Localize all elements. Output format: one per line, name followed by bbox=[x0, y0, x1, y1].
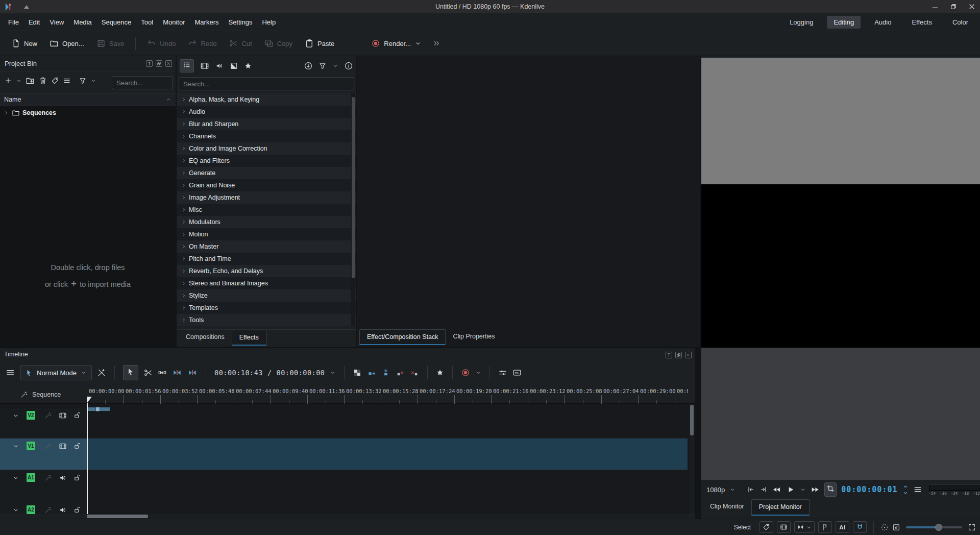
track-content-a2[interactable] bbox=[87, 502, 688, 514]
zoom-slider-knob[interactable] bbox=[935, 524, 942, 531]
video-track-icon[interactable] bbox=[59, 411, 67, 420]
transitions-icon[interactable] bbox=[230, 62, 238, 70]
mix-clips-icon[interactable] bbox=[353, 368, 362, 377]
menu-file[interactable]: File bbox=[4, 16, 23, 29]
menu-view[interactable]: View bbox=[45, 16, 68, 29]
overwrite-clip-icon[interactable] bbox=[381, 368, 390, 377]
effect-category[interactable]: On Master bbox=[177, 240, 356, 253]
tag-info-button[interactable] bbox=[760, 521, 773, 533]
lock-open-icon[interactable] bbox=[74, 474, 81, 481]
timecode-chevron-icon[interactable] bbox=[330, 370, 336, 376]
track-header-a2[interactable]: A2 bbox=[0, 502, 87, 514]
audio-track-icon[interactable] bbox=[59, 474, 67, 482]
subtitles-button[interactable]: AI bbox=[836, 521, 849, 533]
new-button[interactable]: New bbox=[7, 36, 41, 51]
timeline-zone-bar[interactable] bbox=[87, 407, 110, 411]
lock-open-icon[interactable] bbox=[74, 506, 81, 514]
save-button[interactable]: Save bbox=[92, 36, 129, 51]
effect-category[interactable]: EQ and Filters bbox=[177, 155, 356, 167]
pin-dock-icon[interactable] bbox=[666, 352, 672, 358]
select-tool-button[interactable] bbox=[123, 365, 138, 380]
resolution-label[interactable]: 1080p bbox=[706, 486, 725, 494]
filter-funnel-icon[interactable] bbox=[79, 77, 87, 85]
effect-category[interactable]: Pitch and Time bbox=[177, 253, 356, 265]
menu-media[interactable]: Media bbox=[69, 16, 96, 29]
track-effects-wand-icon[interactable] bbox=[44, 442, 52, 450]
timeline-menu-icon[interactable] bbox=[5, 368, 15, 378]
toolbar-overflow-icon[interactable] bbox=[433, 39, 441, 47]
filter-chevron-icon[interactable] bbox=[90, 78, 96, 84]
effects-scrollbar[interactable] bbox=[351, 93, 355, 326]
float-dock-icon[interactable] bbox=[675, 352, 682, 358]
close-dock-icon[interactable] bbox=[685, 352, 692, 358]
timeline-position[interactable]: 00:00:10:43 bbox=[214, 369, 263, 377]
menu-markers[interactable]: Markers bbox=[190, 16, 224, 29]
menu-settings[interactable]: Settings bbox=[224, 16, 257, 29]
timeline-horizontal-scrollbar[interactable] bbox=[87, 514, 688, 519]
track-badge[interactable]: V2 bbox=[27, 411, 35, 420]
restore-button[interactable] bbox=[949, 3, 958, 11]
create-folder-icon[interactable] bbox=[26, 76, 35, 85]
menu-tool[interactable]: Tool bbox=[136, 16, 158, 29]
effect-category[interactable]: Stylize bbox=[177, 289, 356, 302]
favorites-star-icon[interactable] bbox=[244, 62, 252, 70]
zone-mode-button[interactable] bbox=[824, 482, 837, 497]
subtitle-tool-icon[interactable] bbox=[512, 368, 522, 377]
tab-clip-monitor[interactable]: Clip Monitor bbox=[703, 499, 751, 516]
track-header-a1[interactable]: A1 bbox=[0, 470, 87, 502]
collapse-chevron-icon[interactable] bbox=[12, 474, 19, 481]
resolution-chevron-icon[interactable] bbox=[729, 487, 736, 493]
effects-filter-chevron-icon[interactable] bbox=[332, 63, 338, 69]
record-chevron-icon[interactable] bbox=[475, 370, 481, 376]
effect-category[interactable]: Reverb, Echo, and Delays bbox=[177, 265, 356, 277]
effect-category[interactable]: Misc bbox=[177, 204, 356, 216]
collapse-chevron-icon[interactable] bbox=[12, 412, 19, 419]
tab-clip-properties[interactable]: Clip Properties bbox=[446, 329, 502, 344]
playhead-flag[interactable] bbox=[87, 397, 92, 403]
video-track-icon[interactable] bbox=[59, 442, 67, 450]
add-clip-icon[interactable] bbox=[4, 77, 12, 85]
timeline-preview-icon[interactable] bbox=[97, 368, 106, 377]
lock-open-icon[interactable] bbox=[74, 411, 81, 419]
render-button[interactable]: Render... bbox=[367, 36, 426, 51]
track-content-v2[interactable] bbox=[87, 408, 688, 439]
play-chevron-icon[interactable] bbox=[800, 487, 806, 493]
view-menu-icon[interactable] bbox=[63, 77, 71, 85]
effect-category[interactable]: Generate bbox=[177, 167, 356, 179]
menu-sequence[interactable]: Sequence bbox=[97, 16, 136, 29]
fast-forward-icon[interactable] bbox=[811, 485, 820, 494]
rewind-icon[interactable] bbox=[772, 485, 781, 494]
pin-dock-icon[interactable] bbox=[146, 60, 153, 67]
workspace-tab-editing[interactable]: Editing bbox=[827, 16, 861, 29]
effect-category[interactable]: Grain and Noise bbox=[177, 179, 356, 191]
effect-category[interactable]: Templates bbox=[177, 302, 356, 314]
track-effects-wand-icon[interactable] bbox=[44, 474, 52, 481]
effect-category[interactable]: Tools bbox=[177, 314, 356, 326]
close-button[interactable] bbox=[968, 3, 976, 11]
workspace-tab-audio[interactable]: Audio bbox=[868, 16, 898, 29]
tab-effect-composition-stack[interactable]: Effect/Composition Stack bbox=[359, 329, 446, 345]
effects-filter-icon[interactable] bbox=[318, 62, 327, 70]
monitor-timecode[interactable]: 00:00:00:01 bbox=[841, 485, 897, 494]
undo-button[interactable]: Undo bbox=[143, 36, 180, 51]
tag-icon[interactable] bbox=[51, 77, 59, 85]
redo-button[interactable]: Redo bbox=[184, 36, 220, 51]
insert-zone-icon[interactable] bbox=[172, 368, 182, 378]
audio-effects-icon[interactable] bbox=[215, 62, 224, 70]
timeline-ruler[interactable]: Sequence 00:00:00:00 00:00:01:56 00:00:0… bbox=[0, 386, 695, 404]
razor-tool-icon[interactable] bbox=[143, 368, 153, 377]
float-dock-icon[interactable] bbox=[156, 60, 162, 67]
tab-project-monitor[interactable]: Project Monitor bbox=[751, 499, 810, 516]
spacer-tool-icon[interactable] bbox=[158, 368, 167, 377]
insert-clip-icon[interactable] bbox=[367, 368, 376, 377]
tab-effects[interactable]: Effects bbox=[232, 330, 266, 346]
download-effects-icon[interactable] bbox=[304, 61, 313, 70]
fit-zoom-icon[interactable] bbox=[880, 523, 889, 531]
track-header-v2[interactable]: V2 bbox=[0, 408, 87, 439]
adjust-sliders-icon[interactable] bbox=[498, 368, 507, 377]
zone-start-icon[interactable] bbox=[747, 485, 755, 494]
zoom-slider[interactable] bbox=[906, 526, 962, 528]
track-badge[interactable]: A1 bbox=[27, 473, 35, 482]
effect-category[interactable]: Audio bbox=[177, 106, 356, 118]
cut-button[interactable]: Cut bbox=[225, 36, 256, 51]
